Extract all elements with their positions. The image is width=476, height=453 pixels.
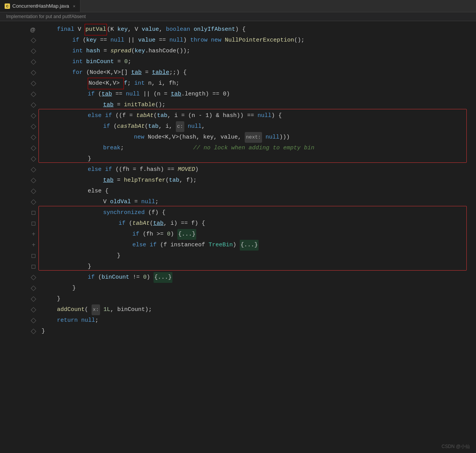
code-line: break; // no lock when adding to empty b… bbox=[42, 143, 476, 154]
code-line: if (tabAt(tab, i) == f) { bbox=[42, 218, 476, 229]
editor-gutter: @++ bbox=[0, 21, 38, 452]
tab-close-button[interactable]: × bbox=[73, 4, 75, 8]
code-line: tab = initTable(); bbox=[42, 100, 476, 110]
code-line: for (Node<K,V>[] tab = table;;) { bbox=[42, 67, 476, 78]
code-line: Node<K,V> f; int n, i, fh; bbox=[42, 78, 476, 89]
code-line: if (key == null || value == null) throw … bbox=[42, 35, 476, 46]
gutter-row bbox=[0, 57, 38, 67]
code-line: final V putVal(K key, V value, boolean o… bbox=[42, 24, 476, 35]
gutter-row bbox=[0, 197, 38, 207]
gutter-row bbox=[0, 283, 38, 294]
code-line: if (casTabAt(tab, i, c: null, bbox=[42, 121, 476, 132]
code-line: if (fh >= 0) {...} bbox=[42, 229, 476, 240]
editor-main: @++ final V putVal(K key, V value, boole… bbox=[0, 21, 476, 452]
gutter-row bbox=[0, 46, 38, 57]
code-line: } bbox=[42, 294, 476, 304]
code-line: new Node<K,V>(hash, key, value, next: nu… bbox=[42, 132, 476, 143]
gutter-row: + bbox=[0, 229, 38, 240]
gutter-row bbox=[0, 304, 38, 315]
watermark: CSDN @小仙 bbox=[441, 443, 470, 450]
code-line: V oldVal = null; bbox=[42, 197, 476, 207]
gutter-row bbox=[0, 207, 38, 218]
code-line: else if ((fh = f.hash) == MOVED) bbox=[42, 164, 476, 175]
code-line: return null; bbox=[42, 315, 476, 326]
code-line: int hash = spread(key.hashCode()); bbox=[42, 46, 476, 57]
code-line: } bbox=[42, 154, 476, 164]
gutter-row bbox=[0, 100, 38, 110]
gutter-row bbox=[0, 261, 38, 272]
gutter-row bbox=[0, 110, 38, 121]
gutter-row bbox=[0, 67, 38, 78]
code-line: addCount( x: 1L, binCount); bbox=[42, 304, 476, 315]
gutter-row bbox=[0, 272, 38, 283]
gutter-row bbox=[0, 121, 38, 132]
code-line: tab = helpTransfer(tab, f); bbox=[42, 175, 476, 186]
code-line: int binCount = 0; bbox=[42, 57, 476, 67]
code-line: else if ((f = tabAt(tab, i = (n - 1) & h… bbox=[42, 110, 476, 121]
gutter-row bbox=[0, 78, 38, 89]
code-line: else if (f instanceof TreeBin) {...} bbox=[42, 240, 476, 251]
code-line: } bbox=[42, 283, 476, 294]
code-line: } bbox=[42, 326, 476, 337]
code-line: if (tab == null || (n = tab.length) == 0… bbox=[42, 89, 476, 100]
code-line: if (binCount != 0) {...} bbox=[42, 272, 476, 283]
code-area: final V putVal(K key, V value, boolean o… bbox=[38, 21, 476, 452]
gutter-row bbox=[0, 315, 38, 326]
gutter-row bbox=[0, 89, 38, 100]
gutter-row bbox=[0, 218, 38, 229]
gutter-row bbox=[0, 186, 38, 197]
tab-label: ConcurrentHashMap.java bbox=[12, 3, 69, 9]
gutter-row bbox=[0, 154, 38, 164]
gutter-row bbox=[0, 132, 38, 143]
tab-concurrenthashmap[interactable]: C ConcurrentHashMap.java × bbox=[0, 0, 80, 12]
gutter-row bbox=[0, 326, 38, 337]
gutter-row: + bbox=[0, 240, 38, 251]
code-line: else { bbox=[42, 186, 476, 197]
gutter-row: @ bbox=[0, 24, 38, 35]
breadcrumb: Implementation for put and putIfAbsent bbox=[0, 12, 476, 21]
gutter-row bbox=[0, 175, 38, 186]
code-line: synchronized (f) { bbox=[42, 207, 476, 218]
gutter-row bbox=[0, 251, 38, 261]
gutter-row bbox=[0, 143, 38, 154]
tab-bar: C ConcurrentHashMap.java × bbox=[0, 0, 476, 12]
java-file-icon: C bbox=[5, 3, 10, 9]
code-line: } bbox=[42, 251, 476, 261]
gutter-row bbox=[0, 294, 38, 304]
gutter-row bbox=[0, 35, 38, 46]
gutter-row bbox=[0, 164, 38, 175]
code-line: } bbox=[42, 261, 476, 272]
